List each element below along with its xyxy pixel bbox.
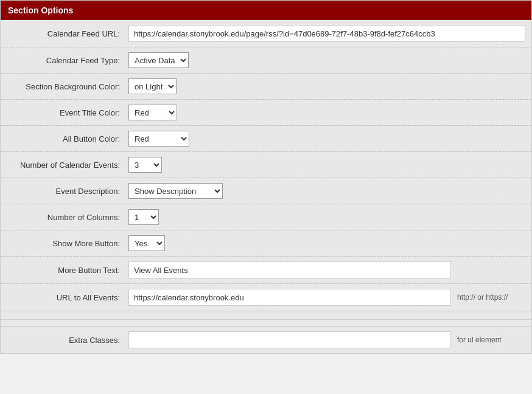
more-button-text-row: More Button Text: xyxy=(1,257,531,284)
url-to-all-events-input[interactable] xyxy=(128,289,451,306)
show-more-button-select[interactable]: Yes No xyxy=(128,235,165,251)
calendar-feed-url-wrap xyxy=(128,25,525,42)
url-hint: http:// or https:// xyxy=(457,293,508,302)
event-description-row: Event Description: Show Description Hide… xyxy=(1,178,531,204)
number-of-calendar-events-select[interactable]: 1 2 3 4 5 6 xyxy=(128,157,162,173)
extra-classes-label: Extra Classes: xyxy=(7,336,128,345)
section-background-color-row: Section Background Color: on Light on Da… xyxy=(1,74,531,100)
number-of-columns-wrap: 1 2 3 4 xyxy=(128,209,525,225)
event-description-select[interactable]: Show Description Hide Description xyxy=(128,183,223,199)
number-of-calendar-events-wrap: 1 2 3 4 5 6 xyxy=(128,157,525,173)
extra-classes-wrap: for ul element xyxy=(128,331,525,348)
number-of-calendar-events-row: Number of Calendar Events: 1 2 3 4 5 6 xyxy=(1,152,531,178)
event-title-color-label: Event Title Color: xyxy=(7,108,128,117)
all-button-color-label: All Button Color: xyxy=(7,134,128,143)
spacer xyxy=(1,311,531,320)
extra-classes-hint: for ul element xyxy=(457,336,502,344)
number-of-columns-select[interactable]: 1 2 3 4 xyxy=(128,209,159,225)
url-to-all-events-label: URL to All Events: xyxy=(7,293,128,302)
extra-classes-row: Extra Classes: for ul element xyxy=(1,326,531,353)
all-button-color-wrap: Red Blue Black White xyxy=(128,131,525,147)
more-button-text-input[interactable] xyxy=(128,261,451,278)
show-more-button-wrap: Yes No xyxy=(128,235,525,251)
all-button-color-select[interactable]: Red Blue Black White xyxy=(128,131,189,147)
calendar-feed-url-label: Calendar Feed URL: xyxy=(7,29,128,38)
event-description-label: Event Description: xyxy=(7,187,128,196)
calendar-feed-url-row: Calendar Feed URL: xyxy=(1,20,531,47)
all-button-color-row: All Button Color: Red Blue Black White xyxy=(1,126,531,152)
calendar-feed-type-label: Calendar Feed Type: xyxy=(7,56,128,65)
event-title-color-row: Event Title Color: Red Blue Black White xyxy=(1,100,531,126)
section-options-panel: Section Options Calendar Feed URL: Calen… xyxy=(0,0,532,354)
more-button-text-label: More Button Text: xyxy=(7,266,128,275)
show-more-button-row: Show More Button: Yes No xyxy=(1,230,531,257)
event-title-color-select[interactable]: Red Blue Black White xyxy=(128,105,177,120)
calendar-feed-type-row: Calendar Feed Type: Active Data All Data xyxy=(1,47,531,74)
section-background-color-wrap: on Light on Dark xyxy=(128,78,525,94)
show-more-button-label: Show More Button: xyxy=(7,239,128,248)
extra-classes-input[interactable] xyxy=(128,331,451,348)
number-of-columns-row: Number of Columns: 1 2 3 4 xyxy=(1,204,531,230)
url-to-all-events-wrap: http:// or https:// xyxy=(128,289,525,306)
event-description-wrap: Show Description Hide Description xyxy=(128,183,525,199)
number-of-columns-label: Number of Columns: xyxy=(7,213,128,222)
calendar-feed-type-select[interactable]: Active Data All Data xyxy=(128,52,189,68)
number-of-calendar-events-label: Number of Calendar Events: xyxy=(7,161,128,170)
panel-body: Calendar Feed URL: Calendar Feed Type: A… xyxy=(1,20,531,353)
calendar-feed-type-wrap: Active Data All Data xyxy=(128,52,525,68)
more-button-text-wrap xyxy=(128,261,525,278)
url-to-all-events-row: URL to All Events: http:// or https:// xyxy=(1,284,531,311)
section-background-color-select[interactable]: on Light on Dark xyxy=(128,78,177,94)
event-title-color-wrap: Red Blue Black White xyxy=(128,105,525,120)
panel-title: Section Options xyxy=(1,1,531,20)
section-background-color-label: Section Background Color: xyxy=(7,82,128,91)
calendar-feed-url-input[interactable] xyxy=(128,25,525,42)
